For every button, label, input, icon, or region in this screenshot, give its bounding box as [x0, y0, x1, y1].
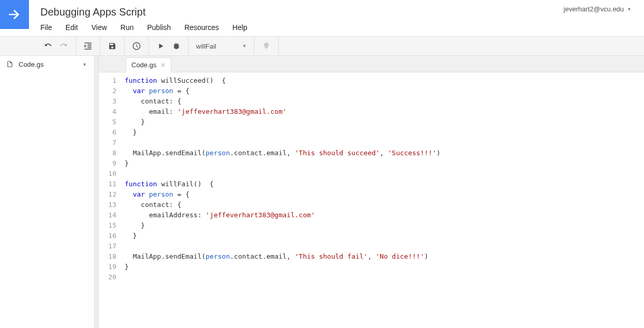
chevron-down-icon[interactable]: ▼: [82, 62, 87, 67]
menu-publish[interactable]: Publish: [147, 21, 177, 35]
chevron-down-icon: ▼: [627, 7, 632, 12]
clock-icon: [132, 41, 141, 51]
save-button[interactable]: [104, 38, 120, 54]
bug-icon: [172, 42, 181, 50]
file-sidebar: Code.gs ▼: [0, 56, 95, 328]
tab-label: Code.gs: [131, 61, 156, 69]
document-title[interactable]: Debugging Apps Script: [40, 0, 644, 21]
user-account-menu[interactable]: jeverhart2@vcu.edu ▼: [564, 5, 632, 13]
editor-tab[interactable]: Code.gs ✕: [126, 57, 171, 72]
redo-button[interactable]: [56, 38, 71, 54]
code-content[interactable]: function willSucceed() { var person = { …: [122, 76, 644, 328]
menu-edit[interactable]: Edit: [66, 21, 84, 35]
editor-area: Code.gs ✕ 123456789101112131415161718192…: [99, 56, 644, 328]
run-button[interactable]: [153, 38, 169, 54]
play-icon: [157, 42, 164, 50]
indent-button[interactable]: [80, 38, 96, 54]
toolbar: willFail ▼: [0, 36, 644, 56]
save-icon: [108, 42, 116, 50]
sidebar-file-label: Code.gs: [19, 61, 43, 68]
close-icon[interactable]: ✕: [160, 62, 166, 69]
chevron-down-icon: ▼: [242, 43, 247, 49]
function-selector[interactable]: willFail ▼: [189, 37, 254, 55]
tab-strip: Code.gs ✕: [99, 56, 644, 72]
header: Debugging Apps Script File Edit View Run…: [0, 0, 644, 36]
menu-help[interactable]: Help: [232, 21, 253, 35]
hint-button[interactable]: [259, 38, 274, 54]
sidebar-resize-handle[interactable]: [95, 56, 99, 328]
menu-resources[interactable]: Resources: [184, 21, 225, 35]
debug-button[interactable]: [169, 38, 184, 54]
indent-icon: [83, 41, 93, 51]
menu-run[interactable]: Run: [121, 21, 140, 35]
menubar: File Edit View Run Publish Resources Hel…: [40, 21, 644, 35]
user-email: jeverhart2@vcu.edu: [564, 5, 624, 13]
code-editor[interactable]: 1234567891011121314151617181920 function…: [99, 72, 644, 328]
triggers-button[interactable]: [129, 38, 144, 54]
lightbulb-icon: [262, 42, 271, 50]
sidebar-file-item[interactable]: Code.gs: [0, 56, 94, 72]
redo-icon: [59, 42, 68, 50]
selected-function-label: willFail: [196, 42, 216, 50]
undo-icon: [44, 42, 52, 50]
apps-script-logo[interactable]: [0, 0, 29, 29]
undo-button[interactable]: [40, 38, 56, 54]
arrow-right-icon: [6, 6, 23, 23]
file-icon: [6, 60, 13, 68]
menu-view[interactable]: View: [92, 21, 113, 35]
main-area: Code.gs ▼ Code.gs ✕ 12345678910111213141…: [0, 56, 644, 328]
line-gutter: 1234567891011121314151617181920: [99, 76, 122, 328]
menu-file[interactable]: File: [40, 21, 58, 35]
